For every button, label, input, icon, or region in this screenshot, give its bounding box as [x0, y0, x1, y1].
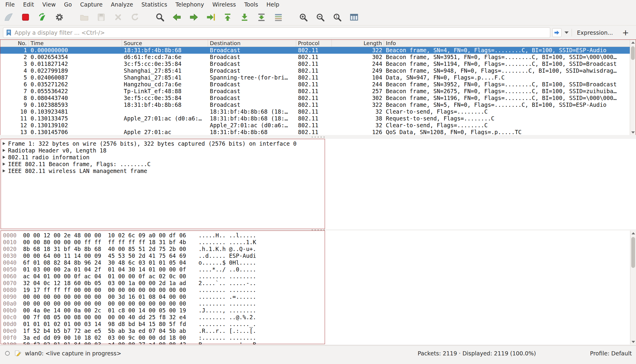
column-header-no[interactable]: No.	[0, 40, 29, 47]
hex-row-0000[interactable]: 000000 00 12 00 2e 48 00 00 10 02 6c 09 …	[0, 232, 636, 239]
goto-packet-icon[interactable]	[204, 11, 218, 24]
open-file-icon[interactable]	[77, 11, 91, 24]
hex-row-0080[interactable]: 008019 17 ff ff ff 00 00 00 00 00 00 00 …	[0, 287, 636, 293]
menu-statistics[interactable]: Statistics	[137, 0, 171, 9]
zoom-in-icon[interactable]	[296, 11, 310, 24]
hex-row-0090[interactable]: 009000 00 00 00 00 00 00 00 00 3d 16 01 …	[0, 293, 636, 300]
column-header-protocol[interactable]: Protocol	[296, 40, 332, 47]
save-file-icon[interactable]	[94, 11, 108, 24]
menu-file[interactable]: File	[1, 0, 19, 9]
hex-row-00f0[interactable]: 00f03a ed dd 09 00 10 18 02 03 00 9c 00 …	[0, 334, 636, 341]
scroll-down-button[interactable]	[630, 130, 636, 135]
packet-list-scrollbar[interactable]	[630, 40, 636, 135]
packet-row-7[interactable]: 70.055536422Tp-LinkT_ef:48:88Broadcast80…	[0, 88, 636, 95]
hex-row-0060[interactable]: 0060ac 04 01 00 00 0f ac 04 01 00 00 0f …	[0, 273, 636, 280]
hex-row-0100[interactable]: 010050 f2 02 01 01 84 00 03 a4 00 00 27 …	[0, 341, 636, 344]
capture-options-icon[interactable]	[53, 11, 66, 24]
capture-comment-pencil-icon[interactable]	[14, 350, 21, 357]
expander-triangle-icon[interactable]	[3, 169, 5, 172]
resize-columns-icon[interactable]	[347, 11, 361, 24]
next-packet-icon[interactable]	[187, 11, 201, 24]
auto-scroll-icon[interactable]	[255, 11, 268, 24]
hex-row-00a0[interactable]: 00a000 00 00 00 00 00 00 00 00 00 00 00 …	[0, 300, 636, 307]
column-header-length[interactable]: Length	[332, 40, 384, 47]
scroll-up-button[interactable]	[630, 40, 636, 45]
scroll-up-button[interactable]	[630, 231, 636, 236]
display-filter-input[interactable]	[15, 29, 548, 36]
menu-analyze[interactable]: Analyze	[107, 0, 137, 9]
hex-row-0040[interactable]: 00406f 01 08 82 84 8b 96 24 30 48 6c 03 …	[0, 259, 636, 266]
scrollbar-thumb[interactable]	[631, 46, 635, 60]
hex-row-00b0[interactable]: 00b000 4a 0e 14 00 0a 00 2c 01 c8 00 14 …	[0, 307, 636, 314]
column-header-info[interactable]: Info	[384, 40, 636, 47]
menu-telephony[interactable]: Telephony	[171, 0, 208, 9]
packet-row-10[interactable]: 100.10392348118:31:bf:4b:8b:68 (18:…802.…	[0, 108, 636, 115]
menu-help[interactable]: Help	[262, 0, 283, 9]
hex-row-0020[interactable]: 00208b 68 18 31 bf 4b 8b 68 40 00 85 51 …	[0, 246, 636, 252]
hex-offset: 0040	[3, 259, 17, 266]
last-packet-icon[interactable]	[238, 11, 251, 24]
hex-row-00e0[interactable]: 00e01f 52 b4 b5 b7 72 ae e5 5b ab 3a ed …	[0, 328, 636, 334]
close-file-icon[interactable]	[111, 11, 125, 24]
packet-row-12[interactable]: 120.130139102Apple_27:01:ac (d0:a6:…802.…	[0, 122, 636, 129]
menu-capture[interactable]: Capture	[76, 0, 107, 9]
expression-button[interactable]: Expression...	[574, 29, 616, 36]
bookmark-icon[interactable]	[6, 29, 12, 36]
zoom-reset-icon[interactable]: 1	[330, 11, 344, 24]
filter-history-dropdown[interactable]	[564, 28, 570, 37]
scrollbar-thumb[interactable]	[631, 237, 635, 268]
hex-row-0010[interactable]: 001000 00 80 00 00 00 ff ff ff ff ff ff …	[0, 239, 636, 246]
packet-row-11[interactable]: 110.130133475Apple_27:01:ac (d0:a6:…18:3…	[0, 115, 636, 122]
capture-file-status-icon[interactable]	[4, 350, 11, 357]
hex-row-0070[interactable]: 007032 04 0c 12 18 60 0b 05 03 00 1a 00 …	[0, 280, 636, 287]
menu-tools[interactable]: Tools	[240, 0, 262, 9]
reload-file-icon[interactable]	[128, 11, 142, 24]
colorize-icon[interactable]	[272, 11, 285, 24]
packet-row-13[interactable]: 130.130145706Apple_27:01:ac18:31:bf:4b:8…	[0, 129, 636, 135]
find-packet-icon[interactable]	[153, 11, 167, 24]
profile-selector[interactable]: Profile: Default	[590, 350, 632, 357]
cell-no: 12	[0, 122, 29, 129]
column-header-destination[interactable]: Destination	[208, 40, 296, 47]
list-detail-splitter[interactable]	[0, 135, 636, 139]
menu-wireless[interactable]: Wireless	[208, 0, 240, 9]
detail-tree-line[interactable]: 802.11 radio information	[0, 154, 636, 160]
expander-triangle-icon[interactable]	[3, 156, 5, 159]
add-filter-button[interactable]: +	[618, 28, 633, 37]
start-capture-icon[interactable]	[2, 11, 15, 24]
apply-filter-button[interactable]	[552, 28, 562, 37]
first-packet-icon[interactable]	[221, 11, 234, 24]
hex-row-0030[interactable]: 003000 00 64 00 11 14 00 09 45 53 50 2d …	[0, 252, 636, 259]
detail-tree-line[interactable]: Radiotap Header v0, Length 18	[0, 147, 636, 154]
packet-row-1[interactable]: 10.00000000018:31:bf:4b:8b:68Broadcast80…	[0, 47, 636, 54]
zoom-out-icon[interactable]	[313, 11, 327, 24]
packet-row-2[interactable]: 20.002654354d6:61:fe:cd:7a:6eBroadcast80…	[0, 54, 636, 61]
detail-tree-line[interactable]: IEEE 802.11 Beacon frame, Flags: .......…	[0, 160, 636, 167]
packet-row-3[interactable]: 30.0118271423c:f5:cc:0e:35:84Broadcast80…	[0, 61, 636, 67]
cell-info: Beacon frame, SN=1196, FN=0, Flags=.....…	[384, 95, 636, 101]
stop-capture-icon[interactable]	[19, 11, 32, 24]
detail-tree-line[interactable]: Frame 1: 322 bytes on wire (2576 bits), …	[0, 140, 636, 147]
hex-row-00d0[interactable]: 00d001 01 01 02 01 00 03 14 98 d8 bd b4 …	[0, 321, 636, 328]
column-header-source[interactable]: Source	[122, 40, 208, 47]
detail-tree-line[interactable]: IEEE 802.11 wireless LAN management fram…	[0, 167, 636, 174]
packet-row-5[interactable]: 50.024060087Shanghai_27:85:41Spanning-tr…	[0, 74, 636, 81]
packet-row-9[interactable]: 90.10238859318:31:bf:4b:8b:68Broadcast80…	[0, 101, 636, 108]
packet-row-6[interactable]: 60.035271262Hangzhou_cd:7a:6eBroadcast80…	[0, 81, 636, 88]
display-filter-field[interactable]	[3, 27, 550, 38]
hex-row-00c0[interactable]: 00c000 7f 08 05 00 08 00 00 00 00 40 dd …	[0, 314, 636, 321]
packet-row-4[interactable]: 40.022799189Shanghai_27:85:41Broadcast80…	[0, 67, 636, 74]
packet-row-8[interactable]: 80.0804437403e:f5:cc:0e:35:84Broadcast80…	[0, 95, 636, 101]
restart-capture-icon[interactable]	[36, 11, 49, 24]
expander-triangle-icon[interactable]	[3, 149, 5, 152]
expander-triangle-icon[interactable]	[3, 142, 5, 145]
menu-edit[interactable]: Edit	[19, 0, 38, 9]
column-header-time[interactable]: Time	[29, 40, 122, 47]
previous-packet-icon[interactable]	[170, 11, 184, 24]
hex-row-0050[interactable]: 005001 03 00 00 2a 01 04 2f 01 04 30 14 …	[0, 266, 636, 273]
menu-go[interactable]: Go	[60, 0, 76, 9]
menu-view[interactable]: View	[38, 0, 60, 9]
expander-triangle-icon[interactable]	[3, 163, 5, 166]
bytes-scrollbar[interactable]	[630, 231, 636, 344]
scroll-down-button[interactable]	[630, 339, 636, 344]
